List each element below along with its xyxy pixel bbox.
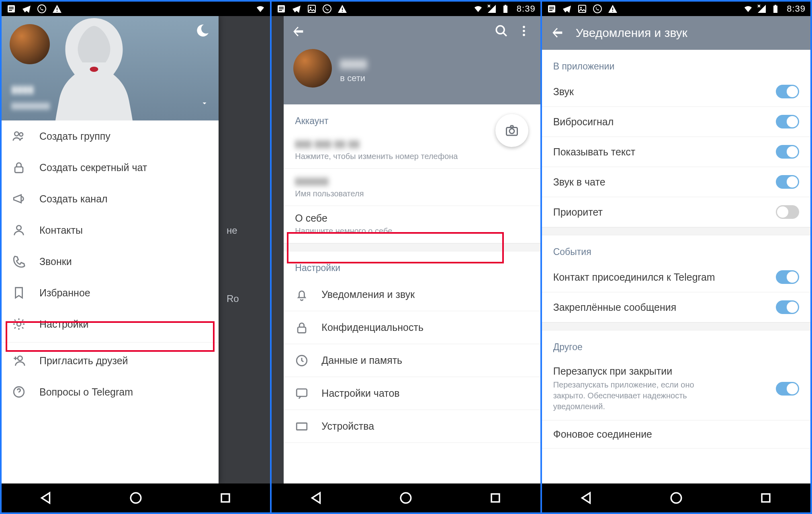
battery-icon <box>771 4 780 14</box>
telegram-icon <box>292 4 301 14</box>
back-button[interactable] <box>292 24 305 39</box>
whatsapp-icon <box>37 4 47 14</box>
avatar[interactable] <box>293 49 332 88</box>
settings-row-label: Данные и память <box>321 355 402 366</box>
svg-rect-27 <box>505 5 506 6</box>
drawer-item-bookmark[interactable]: Избранное <box>2 277 219 308</box>
group-icon <box>12 129 26 143</box>
settings-row-label: Устройства <box>321 420 374 432</box>
svg-rect-49 <box>612 11 613 12</box>
nav-recent-icon[interactable] <box>759 491 773 505</box>
drawer-item-label: Вопросы о Telegram <box>39 386 133 398</box>
gear-icon <box>12 317 26 331</box>
image-icon <box>577 4 587 14</box>
settings-row-devices[interactable]: Устройства <box>284 410 540 443</box>
row-username[interactable]: ▮▮▮▮▮▮ Имя пользователя <box>284 169 540 206</box>
drawer-item-group[interactable]: Создать группу <box>2 120 219 152</box>
drawer-item-label: Создать группу <box>39 131 110 142</box>
night-mode-icon[interactable] <box>195 23 210 39</box>
toggle-switch[interactable] <box>776 382 799 396</box>
settings-row-lock[interactable]: Конфиденциальность <box>284 311 540 344</box>
svg-point-8 <box>14 132 18 136</box>
toggle-label: Приоритет <box>553 206 776 218</box>
toggle-row[interactable]: Приоритет <box>542 197 810 227</box>
settings-row-data[interactable]: Данные и память <box>284 344 540 377</box>
svg-rect-20 <box>279 10 282 11</box>
clock: 8:39 <box>517 4 536 14</box>
search-button[interactable] <box>495 24 508 39</box>
svg-point-32 <box>523 34 525 36</box>
status-bar: 8:39 <box>542 2 810 16</box>
bell-icon <box>295 288 309 302</box>
drawer-item-megaphone[interactable]: Создать канал <box>2 183 219 214</box>
drawer-item-label: Пригласить друзей <box>39 355 128 367</box>
toggle-label: Закреплённые сообщения <box>553 302 776 313</box>
profile-handle: ▮▮▮▮▮▮▮▮ <box>11 100 50 111</box>
drawer-item-label: Звонки <box>39 256 72 267</box>
svg-rect-44 <box>549 10 552 11</box>
navigation-drawer: ▮▮▮▮ ▮▮▮▮▮▮▮▮ Создать группуСоздать секр… <box>2 16 219 483</box>
section-title: События <box>542 235 810 262</box>
settings-row-label: Уведомления и звук <box>321 289 415 300</box>
settings-row-chat[interactable]: Настройки чатов <box>284 377 540 410</box>
svg-rect-16 <box>221 494 229 502</box>
nav-home-icon[interactable] <box>669 491 683 505</box>
notif-icon <box>547 4 556 14</box>
header-background-art <box>42 16 146 120</box>
toggle-row[interactable]: Звук в чате <box>542 167 810 197</box>
toggle-switch[interactable] <box>776 115 799 128</box>
toggle-switch[interactable] <box>776 300 799 314</box>
nav-home-icon[interactable] <box>399 491 413 505</box>
toggle-label: Показывать текст <box>553 146 776 158</box>
toggle-switch[interactable] <box>776 270 799 284</box>
nav-recent-icon[interactable] <box>219 491 232 505</box>
drawer-item-person[interactable]: Контакты <box>2 214 219 246</box>
more-button[interactable] <box>517 24 531 39</box>
toggle-row[interactable]: Перезапуск при закрытииПерезапускать при… <box>542 357 810 420</box>
nav-back-icon[interactable] <box>580 491 593 505</box>
svg-rect-19 <box>279 8 284 9</box>
svg-point-30 <box>523 26 525 28</box>
back-button[interactable] <box>551 25 565 41</box>
nav-home-icon[interactable] <box>129 491 143 505</box>
drawer-item-lock[interactable]: Создать секретный чат <box>2 152 219 183</box>
drawer-item-help[interactable]: Вопросы о Telegram <box>2 376 219 408</box>
toggle-label: Фоновое соединение <box>553 428 799 440</box>
notif-icon <box>6 4 16 14</box>
svg-point-46 <box>580 7 582 8</box>
devices-icon <box>295 420 309 433</box>
toggle-row[interactable]: Контакт присоединился к Telegram <box>542 262 810 292</box>
toggle-switch[interactable] <box>776 205 799 219</box>
drawer-item-label: Контакты <box>39 224 83 236</box>
svg-point-47 <box>593 5 601 13</box>
warning-icon <box>52 4 62 14</box>
page-title: Уведомления и звук <box>576 26 687 40</box>
settings-row-label: Настройки чатов <box>321 388 399 399</box>
svg-point-11 <box>16 226 21 230</box>
toggle-switch[interactable] <box>776 145 799 159</box>
toggle-row[interactable]: Показывать текст <box>542 137 810 167</box>
toggle-label: Контакт присоединился к Telegram <box>553 271 776 283</box>
toggle-row[interactable]: Вибросигнал <box>542 107 810 137</box>
data-icon <box>295 354 309 367</box>
toggle-row[interactable]: Фоновое соединение <box>542 420 810 449</box>
nav-back-icon[interactable] <box>310 491 323 505</box>
section-title-settings: Настройки <box>284 251 540 278</box>
drawer-item-phone[interactable]: Звонки <box>2 246 219 277</box>
settings-row-bell[interactable]: Уведомления и звук <box>284 278 540 311</box>
expand-accounts-icon[interactable] <box>200 99 209 109</box>
toggle-row[interactable]: Закреплённые сообщения <box>542 292 810 322</box>
row-bio[interactable]: О себе Напишите немного о себе <box>284 206 540 243</box>
drawer-item-adduser[interactable]: Пригласить друзей <box>2 345 219 376</box>
svg-rect-2 <box>9 8 14 9</box>
nav-recent-icon[interactable] <box>489 491 502 505</box>
toggle-row[interactable]: Звук <box>542 77 810 107</box>
adduser-icon <box>12 354 26 367</box>
toggle-switch[interactable] <box>776 175 799 189</box>
drawer-item-gear[interactable]: Настройки <box>2 308 219 340</box>
toggle-switch[interactable] <box>776 85 799 98</box>
nav-back-icon[interactable] <box>39 491 53 505</box>
svg-point-15 <box>131 493 141 503</box>
drawer-header[interactable]: ▮▮▮▮ ▮▮▮▮▮▮▮▮ <box>2 16 219 120</box>
toggle-label: Звук в чате <box>553 176 776 188</box>
